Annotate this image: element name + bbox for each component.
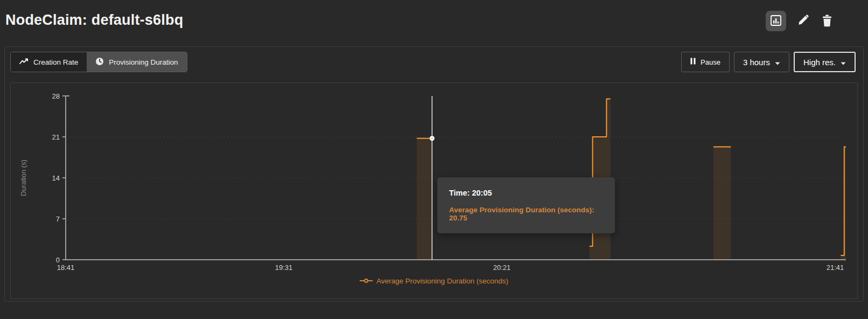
edit-button[interactable] <box>795 13 810 29</box>
x-tick-label: 21:41 <box>827 263 844 272</box>
time-range-dropdown[interactable]: 3 hours <box>734 52 789 72</box>
time-range-value: 3 hours <box>743 58 770 67</box>
y-axis-title: Duration (s) <box>19 160 27 196</box>
trend-line-icon <box>19 58 29 67</box>
y-tick-label: 28 <box>52 92 60 100</box>
tooltip-series-value: Average Provisioning Duration (seconds):… <box>449 206 603 222</box>
pause-icon <box>690 58 696 66</box>
header-actions <box>766 11 835 31</box>
y-tick-label: 21 <box>52 133 60 141</box>
nodeclaim-page: NodeClaim: default-s6lbq <box>0 0 868 319</box>
legend-marker-icon <box>360 277 373 285</box>
page-title: NodeClaim: default-s6lbq <box>5 12 183 29</box>
pause-button[interactable]: Pause <box>681 52 730 72</box>
chart-toolbar: Creation Rate Provisioning Duration <box>10 51 856 73</box>
metric-tab-group: Creation Rate Provisioning Duration <box>10 52 187 72</box>
tab-label: Provisioning Duration <box>109 58 178 66</box>
page-header: NodeClaim: default-s6lbq <box>0 0 868 46</box>
y-tick-label: 0 <box>56 256 60 264</box>
bar-chart-icon <box>770 15 782 28</box>
series-area <box>713 147 731 260</box>
chart-view-button[interactable] <box>766 11 786 31</box>
x-tick-label: 20:21 <box>493 263 511 272</box>
x-tick-label: 19:31 <box>275 263 293 272</box>
legend-label: Average Provisioning Duration (seconds) <box>376 277 508 285</box>
chevron-down-icon <box>775 58 780 67</box>
clock-icon <box>95 57 104 67</box>
delete-button[interactable] <box>820 13 835 29</box>
series-area <box>841 147 846 260</box>
chart-legend[interactable]: Average Provisioning Duration (seconds) <box>11 277 857 285</box>
chart-plot[interactable]: 0714212818:4119:3120:2121:41Duration (s) <box>11 83 859 301</box>
resolution-dropdown[interactable]: High res. <box>794 52 856 72</box>
toolbar-controls: Pause 3 hours High res. <box>681 52 856 72</box>
tab-creation-rate[interactable]: Creation Rate <box>11 52 87 72</box>
chart-panel: 0714212818:4119:3120:2121:41Duration (s)… <box>10 82 858 299</box>
tab-provisioning-duration[interactable]: Provisioning Duration <box>87 52 186 72</box>
tooltip-time: Time: 20:05 <box>449 189 603 197</box>
tab-label: Creation Rate <box>33 58 78 66</box>
chart-tooltip: Time: 20:05 Average Provisioning Duratio… <box>437 177 615 233</box>
y-tick-label: 7 <box>56 215 60 223</box>
chevron-down-icon <box>841 58 846 67</box>
pencil-icon <box>796 14 809 29</box>
series-area <box>417 138 432 260</box>
trash-icon <box>821 14 833 29</box>
x-tick-label: 18:41 <box>57 263 75 272</box>
crosshair-point-center <box>431 137 433 139</box>
pause-label: Pause <box>701 58 720 66</box>
resolution-value: High res. <box>803 58 836 67</box>
metrics-card: Creation Rate Provisioning Duration <box>4 46 864 302</box>
y-tick-label: 14 <box>52 174 60 182</box>
